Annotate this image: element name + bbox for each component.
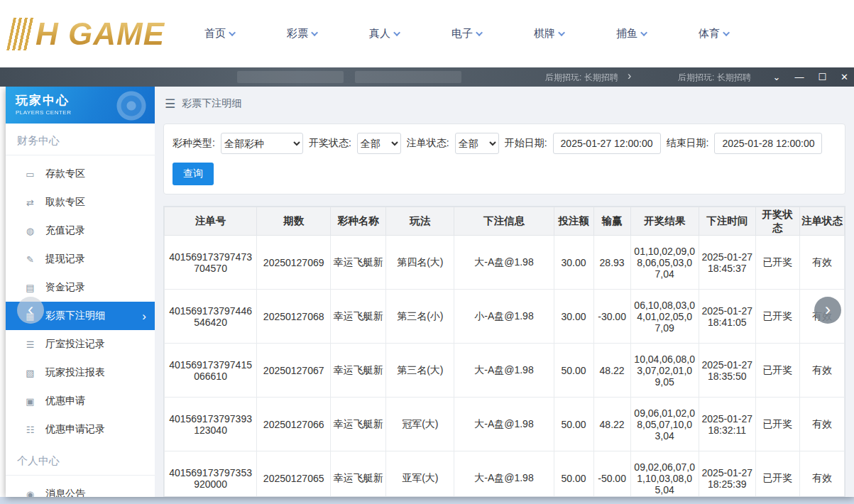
content-topbar: ☰ 彩票下注明细 [155, 87, 854, 121]
sidebar-section-heading: 财务中心 [6, 124, 155, 155]
minimize-icon[interactable]: — [794, 72, 804, 82]
recharge-record-icon: ◍ [24, 226, 36, 236]
end-date-input[interactable] [714, 133, 822, 154]
nav-item-5[interactable]: 捕鱼 [616, 27, 647, 40]
player-center-window: 玩家中心 PLAYERS CENTER 财务中心▭存款专区⇄取款专区◍充值记录✎… [6, 87, 854, 497]
filter-row: 彩种类型: 全部彩种 开奖状态: 全部 注单状态: 全部 开始日期: 结束日期: [173, 133, 838, 154]
table-cell: 大-A盘@1.98 [454, 236, 554, 290]
chevron-down-icon [393, 29, 400, 36]
scroll-right-button[interactable]: › [814, 297, 841, 324]
background-banner [237, 71, 344, 83]
withdraw-record-icon: ✎ [24, 254, 36, 265]
chevron-right-icon: › [825, 301, 831, 318]
sidebar-item-label: 提现记录 [45, 253, 85, 265]
nav-item-1[interactable]: 彩票 [287, 27, 318, 40]
funds-record-icon: ▤ [24, 283, 36, 293]
chevron-down-icon [558, 29, 565, 36]
nav-item-label: 彩票 [287, 27, 308, 40]
window-title-bar: 后期招玩: 长期招聘 › 后期招玩: 长期招聘 ⌄ — ☐ ✕ [0, 67, 854, 87]
table-cell: 2025-01-27 18:25:39 [699, 451, 755, 498]
nav-item-label: 棋牌 [534, 27, 555, 40]
active-item-arrow-icon: › [142, 310, 146, 322]
table-row: 40156917379739312304020250127066幸运飞艇新冠军(… [165, 398, 845, 451]
sidebar-title: 玩家中心 [16, 92, 145, 109]
nav-item-label: 体育 [699, 27, 720, 40]
table-cell: 2025-01-27 18:41:05 [699, 290, 755, 344]
deposit-icon: ▭ [24, 169, 36, 180]
sidebar-item-player-bet-report[interactable]: ▧玩家投注报表 [6, 358, 155, 387]
table-cell: 28.93 [593, 236, 630, 290]
table-row: 40156917379747370457020250127069幸运飞艇新第四名… [165, 236, 845, 290]
nav-item-2[interactable]: 真人 [369, 27, 400, 40]
table-cell: 幸运飞艇新 [331, 398, 386, 451]
table-cell: 冠军(大) [386, 398, 454, 451]
sidebar-item-promo-apply-record[interactable]: ☷优惠申请记录 [6, 415, 155, 444]
column-header: 彩种名称 [331, 207, 386, 236]
nav-item-4[interactable]: 棋牌 [534, 27, 565, 40]
logo[interactable]: H GAME [10, 16, 165, 52]
table-cell: 幸运飞艇新 [331, 451, 386, 498]
start-date-input[interactable] [553, 133, 661, 154]
table-cell: 09,06,01,02,08,05,07,10,03,04 [630, 398, 699, 451]
filter-panel: 彩种类型: 全部彩种 开奖状态: 全部 注单状态: 全部 开始日期: 结束日期:… [163, 124, 845, 195]
sidebar-item-message-announcement[interactable]: ◉消息公告 [6, 480, 155, 497]
lottery-type-select[interactable]: 全部彩种 [221, 133, 303, 154]
background-banner-text: 后期招玩: 长期招聘 [678, 72, 751, 84]
nav-item-label: 电子 [451, 27, 473, 40]
table-cell: 06,10,08,03,04,01,02,05,07,09 [630, 290, 699, 344]
table-row: 40156917379741506661020250127067幸运飞艇新第三名… [165, 344, 845, 398]
table-cell: 有效 [799, 344, 844, 398]
table-cell: 20250127066 [257, 398, 331, 451]
sidebar-item-label: 消息公告 [45, 488, 85, 497]
hamburger-icon[interactable]: ☰ [165, 97, 175, 111]
table-cell: 401569173797393123040 [165, 398, 257, 451]
maximize-icon[interactable]: ☐ [818, 72, 826, 82]
table-cell: 幸运飞艇新 [331, 290, 386, 344]
bet-table-wrap: 注单号期数彩种名称玩法下注信息投注额输赢开奖结果下注时间开奖状态注单状态 401… [163, 206, 845, 497]
nav-item-3[interactable]: 电子 [451, 27, 483, 40]
sidebar-item-room-bet-record[interactable]: ☰厅室投注记录 [6, 330, 155, 358]
sidebar-item-label: 优惠申请 [45, 395, 85, 407]
table-cell: 已开奖 [755, 290, 799, 344]
table-cell: 幸运飞艇新 [331, 236, 386, 290]
table-cell: 亚军(大) [386, 451, 454, 498]
chevron-down-icon [476, 29, 483, 36]
table-cell: 401569173797473704570 [165, 236, 257, 290]
room-bet-icon: ☰ [24, 339, 36, 350]
order-status-select[interactable]: 全部 [455, 133, 499, 154]
table-cell: 50.00 [554, 398, 593, 451]
sidebar-item-withdraw-zone[interactable]: ⇄取款专区 [6, 188, 155, 217]
table-cell: 50.00 [554, 344, 593, 398]
nav-item-6[interactable]: 体育 [699, 27, 730, 40]
draw-status-select[interactable]: 全部 [357, 133, 401, 154]
scroll-left-button[interactable]: ‹ [17, 297, 44, 324]
chevron-down-icon [311, 29, 318, 36]
close-icon[interactable]: ✕ [841, 72, 848, 82]
table-cell: 20250127067 [257, 344, 331, 398]
table-cell: 大-A盘@1.98 [454, 344, 554, 398]
table-cell: 小-A盘@1.98 [454, 290, 554, 344]
nav-item-label: 捕鱼 [616, 27, 637, 40]
collapse-icon[interactable]: ⌄ [773, 72, 781, 82]
table-cell: -50.00 [593, 451, 630, 498]
sidebar-item-promo-apply[interactable]: ▣优惠申请 [6, 387, 155, 415]
nav-item-0[interactable]: 首页 [204, 27, 236, 40]
sidebar-item-withdraw-record[interactable]: ✎提现记录 [6, 245, 155, 273]
background-banner [355, 71, 461, 83]
column-header: 下注信息 [454, 207, 554, 236]
sidebar-item-recharge-record[interactable]: ◍充值记录 [6, 217, 155, 245]
table-cell: 20250127068 [257, 290, 331, 344]
background-banner-text: 后期招玩: 长期招聘 [545, 72, 618, 84]
query-button[interactable]: 查询 [173, 163, 214, 185]
table-cell: 20250127065 [257, 451, 331, 498]
page-title: 彩票下注明细 [182, 97, 241, 110]
sidebar-item-deposit-zone[interactable]: ▭存款专区 [6, 160, 155, 188]
table-cell: 10,04,06,08,03,07,02,01,09,05 [630, 344, 699, 398]
table-cell: 已开奖 [755, 344, 799, 398]
table-cell: 已开奖 [755, 451, 799, 498]
promo-record-icon: ☷ [24, 424, 36, 435]
table-cell: 48.22 [593, 344, 630, 398]
sidebar-item-label: 存款专区 [45, 168, 85, 180]
table-cell: 2025-01-27 18:45:37 [699, 236, 755, 290]
column-header: 开奖状态 [755, 207, 799, 236]
